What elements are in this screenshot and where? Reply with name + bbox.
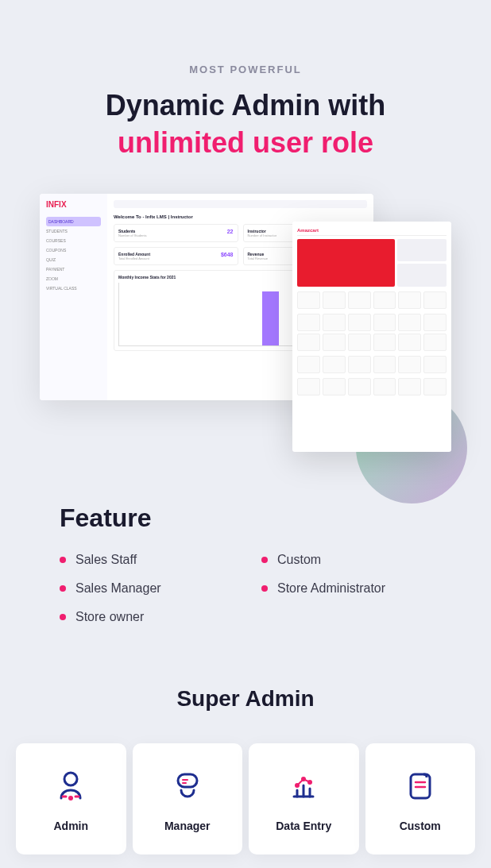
hero-thumb — [397, 239, 447, 262]
card-data-entry: Data Entry — [249, 743, 359, 854]
product — [323, 291, 346, 309]
shop-hero — [297, 239, 447, 287]
feature-item: Store Administrator — [261, 581, 431, 596]
bullet-icon — [60, 557, 66, 563]
shop-header: Amazcart — [297, 226, 447, 236]
title-line-1: Dynamic Admin with — [106, 89, 386, 122]
product — [423, 378, 447, 395]
feature-text: Store Administrator — [277, 581, 385, 596]
menu-item: PAYMENT — [46, 264, 101, 274]
product — [398, 356, 421, 373]
dashboard-sidebar: INFIX DASHBOARD STUDENTS COURSES COUPONS… — [40, 194, 107, 400]
feature-item: Store owner — [60, 610, 230, 624]
feature-title: Feature — [60, 503, 431, 533]
hero-side — [397, 239, 447, 287]
card-manager: Manager — [133, 743, 243, 854]
svg-point-0 — [64, 773, 77, 785]
svg-point-1 — [68, 796, 73, 800]
data-entry-icon — [284, 766, 323, 805]
feature-col-2: Custom Store Administrator — [261, 553, 431, 638]
product — [323, 314, 346, 331]
product — [323, 334, 346, 351]
product-grid — [297, 291, 447, 309]
hero-banner — [297, 239, 395, 287]
super-admin-title: Super Admin — [0, 686, 491, 712]
product — [297, 314, 320, 331]
feature-section: Feature Sales Staff Sales Manager Store … — [0, 480, 491, 670]
product — [297, 334, 320, 351]
hero-thumb — [397, 264, 447, 287]
product — [373, 378, 396, 395]
card-label: Admin — [24, 820, 118, 832]
feature-text: Sales Manager — [75, 581, 161, 596]
product — [297, 356, 320, 373]
product — [373, 291, 396, 309]
product — [423, 356, 447, 373]
feature-col-1: Sales Staff Sales Manager Store owner — [60, 553, 230, 638]
title-line-2: unlimited user role — [118, 126, 373, 159]
bullet-icon — [261, 585, 268, 592]
custom-icon — [400, 766, 440, 805]
product — [297, 291, 320, 309]
product — [398, 378, 421, 395]
bullet-icon — [60, 614, 66, 620]
menu-dashboard: DASHBOARD — [46, 217, 101, 226]
bar — [262, 291, 279, 345]
shop-logo: Amazcart — [297, 228, 319, 233]
feature-text: Custom — [277, 553, 321, 567]
product-grid — [297, 314, 447, 351]
bullet-icon — [261, 557, 268, 563]
menu-item: STUDENTS — [46, 226, 101, 236]
menu-item: COUPONS — [46, 245, 101, 255]
menu-item: COURSES — [46, 236, 101, 245]
infix-logo: INFIX — [46, 200, 101, 209]
product — [373, 334, 396, 351]
product — [398, 334, 421, 351]
search-bar — [114, 200, 367, 208]
feature-columns: Sales Staff Sales Manager Store owner Cu… — [60, 553, 431, 638]
bullet-icon — [60, 585, 66, 592]
feature-text: Store owner — [75, 610, 144, 624]
card-admin: Admin — [16, 743, 126, 854]
product — [323, 356, 346, 373]
product-grid — [297, 378, 447, 395]
card-label: Data Entry — [257, 820, 351, 832]
product — [297, 378, 320, 395]
product — [323, 378, 346, 395]
product — [348, 291, 371, 309]
role-cards: Admin Manager Data Entry — [0, 743, 491, 868]
stat-sub: Number of Students — [118, 233, 234, 237]
stat-students: 22 Students Number of Students — [114, 224, 238, 242]
header: MOST POWERFUL Dynamic Admin with unlimit… — [0, 0, 491, 194]
main-title: Dynamic Admin with unlimited user role — [16, 87, 475, 162]
product — [348, 378, 371, 395]
product — [423, 291, 447, 309]
stat-value: 22 — [227, 229, 234, 234]
menu-item: ZOOM — [46, 274, 101, 284]
manager-icon — [168, 766, 207, 805]
admin-icon — [51, 766, 91, 805]
feature-text: Sales Staff — [75, 553, 137, 567]
product — [398, 291, 421, 309]
product — [423, 314, 447, 331]
menu-item: QUIZ — [46, 255, 101, 264]
feature-item: Custom — [261, 553, 431, 567]
shop-screenshot: Amazcart — [292, 222, 451, 452]
eyebrow-text: MOST POWERFUL — [16, 64, 475, 75]
feature-item: Sales Manager — [60, 581, 230, 596]
screenshots-area: INFIX DASHBOARD STUDENTS COURSES COUPONS… — [0, 194, 491, 480]
stat-enrolled: $648 Enrolled Amount Total Enrolled Amou… — [114, 247, 238, 265]
stat-sub: Total Enrolled Amount — [118, 257, 234, 260]
product — [348, 356, 371, 373]
product — [398, 314, 421, 331]
card-label: Custom — [373, 820, 468, 832]
feature-item: Sales Staff — [60, 553, 230, 567]
menu-item: VIRTUAL CLASS — [46, 284, 101, 293]
stat-value: $648 — [221, 252, 234, 257]
product — [348, 314, 371, 331]
card-label: Manager — [141, 820, 235, 832]
card-custom: Custom — [365, 743, 476, 854]
product — [423, 334, 447, 351]
product-grid — [297, 356, 447, 373]
product — [373, 314, 396, 331]
